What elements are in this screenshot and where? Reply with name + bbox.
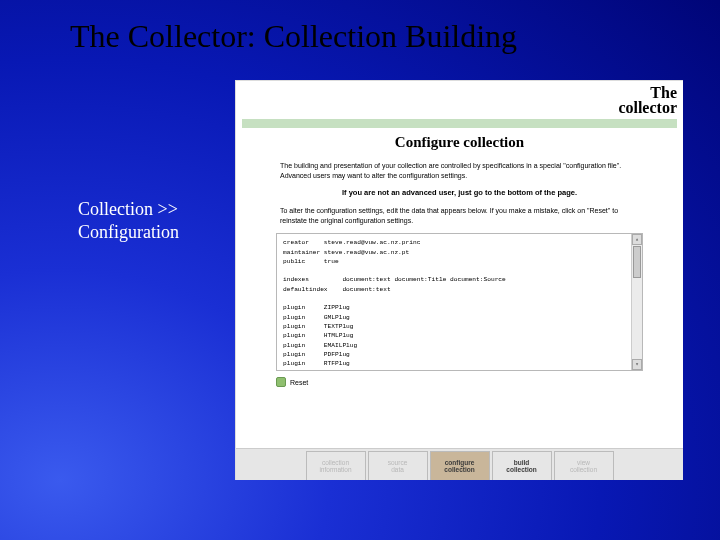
collector-app-window: The collector Configure collection The b…	[235, 80, 683, 480]
tab-collection-information[interactable]: collection information	[306, 451, 366, 480]
reset-label: Reset	[290, 379, 308, 386]
caption-line-1: Collection >>	[78, 199, 178, 219]
tab-label-line: data	[370, 466, 426, 473]
caption-line-2: Configuration	[78, 222, 179, 242]
scrollbar[interactable]: ▴ ▾	[631, 234, 642, 370]
config-text-value: creator steve.read@vuw.ac.nz.princ maint…	[283, 239, 506, 370]
reset-row: Reset	[276, 377, 643, 387]
tab-label-line: collection	[494, 466, 550, 473]
app-logo: The collector	[618, 85, 677, 115]
scroll-down-button[interactable]: ▾	[632, 359, 642, 370]
logo-line-2: collector	[618, 99, 677, 116]
slide-title: The Collector: Collection Building	[70, 18, 517, 55]
tab-label-line: source	[370, 459, 426, 466]
alter-instructions: To alter the configuration settings, edi…	[236, 206, 683, 225]
tab-label-line: collection	[556, 466, 612, 473]
tab-label-line: build	[494, 459, 550, 466]
app-header: The collector	[236, 81, 683, 117]
scroll-up-button[interactable]: ▴	[632, 234, 642, 245]
tab-label-line: collection	[308, 459, 364, 466]
intro-paragraph: The building and presentation of your co…	[236, 161, 683, 180]
not-advanced-notice: If you are not an advanced user, just go…	[236, 188, 683, 198]
config-textarea[interactable]: creator steve.read@vuw.ac.nz.princ maint…	[276, 233, 643, 371]
tab-view-collection[interactable]: view collection	[554, 451, 614, 480]
bottom-nav: collection information source data confi…	[236, 448, 683, 480]
tab-label-line: configure	[432, 459, 488, 466]
page-heading: Configure collection	[236, 134, 683, 151]
tab-label-line: view	[556, 459, 612, 466]
tab-source-data[interactable]: source data	[368, 451, 428, 480]
reset-button[interactable]	[276, 377, 286, 387]
config-text-content[interactable]: creator steve.read@vuw.ac.nz.princ maint…	[277, 234, 642, 370]
slide-caption: Collection >> Configuration	[78, 198, 179, 243]
tab-configure-collection[interactable]: configure collection	[430, 451, 490, 480]
header-divider-bar	[242, 119, 677, 128]
tab-label-line: information	[308, 466, 364, 473]
tab-build-collection[interactable]: build collection	[492, 451, 552, 480]
tab-label-line: collection	[432, 466, 488, 473]
scroll-thumb[interactable]	[633, 246, 641, 278]
